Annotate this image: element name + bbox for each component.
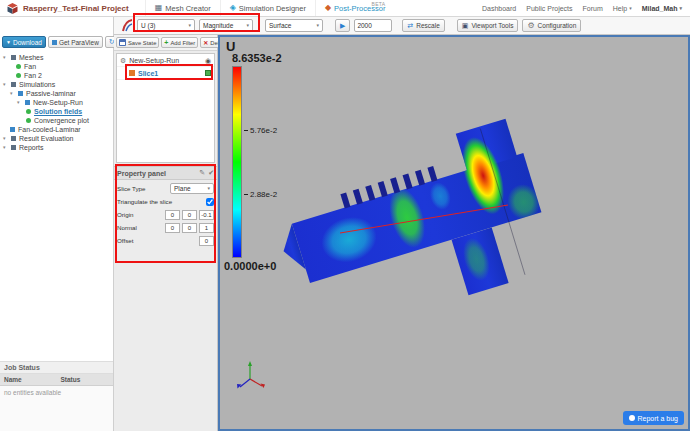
normal-label: Normal — [117, 224, 163, 231]
sidebar-item-solution-fields[interactable]: Solution fields — [0, 107, 113, 116]
chevron-down-icon: ▾ — [188, 23, 191, 28]
legend-min-value: 0.0000e+0 — [224, 260, 276, 272]
pipeline-item-slice1[interactable]: Slice1 — [117, 67, 214, 80]
folder-icon — [11, 82, 16, 87]
tree-label: Reports — [19, 144, 44, 151]
legend-tick: 5.76e-2 — [244, 126, 277, 135]
job-status-panel: Job Status Name Status no entities avail… — [0, 361, 113, 431]
add-filter-label: Add Filter — [170, 40, 195, 46]
origin-label: Origin — [117, 211, 163, 218]
offset-row: Offset — [117, 234, 214, 247]
save-state-button[interactable]: Save State — [116, 37, 159, 48]
plus-icon: + — [164, 39, 168, 46]
nav-help[interactable]: Help ▾ — [613, 5, 632, 12]
user-name: Milad_Mah — [642, 5, 678, 12]
expander-icon[interactable]: ▾ — [3, 55, 8, 60]
tab-simulation-designer[interactable]: ◈ Simulation Designer — [220, 0, 315, 16]
triangulate-checkbox[interactable] — [206, 198, 214, 206]
normal-x-input[interactable] — [165, 223, 180, 233]
nav-forum[interactable]: Forum — [583, 5, 603, 12]
chevron-down-icon: ▾ — [679, 6, 682, 11]
sidebar-toolbar: ▼ Download Get ParaView ↻ — [0, 36, 113, 48]
render-viewport[interactable]: U 8.6353e-2 5.76e-2 2.88e-2 0.0000e+0 Re… — [218, 35, 690, 431]
expander-icon[interactable]: ▾ — [17, 100, 22, 105]
nav-public-projects[interactable]: Public Projects — [526, 5, 572, 12]
user-menu[interactable]: Milad_Mah ▾ — [642, 5, 682, 12]
folder-icon — [11, 55, 16, 60]
tab-label: Simulation Designer — [239, 4, 306, 13]
bug-icon — [629, 415, 635, 421]
get-paraview-button[interactable]: Get ParaView — [48, 36, 103, 48]
slice-type-dropdown[interactable]: Plane ▾ — [170, 183, 214, 194]
tree-label: Meshes — [19, 54, 44, 61]
slice-render — [220, 37, 688, 429]
sidebar-item-fan-2[interactable]: Fan 2 — [0, 71, 113, 80]
sidebar-item-new-setup-run[interactable]: ▾ New-Setup-Run — [0, 98, 113, 107]
sidebar-item-passive-laminar[interactable]: ▾ Passive-laminar — [0, 89, 113, 98]
slice-type-value: Plane — [174, 185, 191, 192]
mesh-creator-icon: ▦ — [155, 4, 163, 12]
cube-icon[interactable] — [205, 70, 211, 76]
tick-mark — [244, 130, 248, 131]
field-dropdown[interactable]: U (3) ▾ — [137, 19, 195, 32]
gear-icon: ⚙ — [527, 21, 534, 30]
cross-icon: ✕ — [203, 40, 208, 46]
sidebar-item-meshes[interactable]: ▾ Meshes — [0, 53, 113, 62]
normal-y-input[interactable] — [182, 223, 197, 233]
expander-icon[interactable]: ▾ — [3, 82, 8, 87]
check-icon — [16, 73, 21, 78]
job-status-header: Name Status — [0, 374, 113, 386]
origin-y-input[interactable] — [182, 210, 197, 220]
download-button[interactable]: ▼ Download — [2, 36, 46, 48]
save-state-label: Save State — [128, 40, 156, 46]
legend-max-value: 8.6353e-2 — [232, 52, 282, 64]
sidebar-item-result-evaluation[interactable]: ▾ Result Evaluation — [0, 134, 113, 143]
tab-label: Mesh Creator — [165, 4, 210, 13]
tree-label: Convergence plot — [34, 117, 89, 124]
sidebar-item-reports[interactable]: ▾ Reports — [0, 143, 113, 152]
sidebar-item-fan-cooled-laminar[interactable]: Fan-cooled-Laminar — [0, 125, 113, 134]
visibility-eye-icon[interactable]: ◉ — [205, 57, 211, 64]
representation-dropdown[interactable]: Surface ▾ — [265, 19, 323, 32]
nav-dashboard[interactable]: Dashboard — [482, 5, 516, 12]
origin-x-input[interactable] — [165, 210, 180, 220]
viewport-tools-icon: ▣ — [462, 22, 469, 30]
origin-row: Origin — [117, 208, 214, 221]
sidebar-item-convergence-plot[interactable]: Convergence plot — [0, 116, 113, 125]
play-button[interactable]: ▶ — [335, 19, 350, 32]
tab-post-processor[interactable]: BETA ◆ Post-Processor — [315, 0, 394, 16]
expander-icon[interactable]: ▾ — [3, 145, 8, 150]
viewport-tools-button[interactable]: ▣ Viewport Tools — [457, 19, 519, 32]
offset-input[interactable] — [199, 236, 214, 246]
rescale-button[interactable]: ⇄ Rescale — [402, 19, 444, 32]
check-icon — [26, 109, 31, 114]
normal-z-input[interactable] — [199, 223, 214, 233]
expander-icon[interactable]: ▾ — [3, 136, 8, 141]
property-panel-title: Property panel — [117, 170, 166, 177]
slice-type-label: Slice Type — [117, 185, 163, 192]
slice-icon — [129, 70, 135, 76]
report-a-bug-button[interactable]: Report a bug — [623, 411, 684, 425]
project-title: Rasperry_Test-Final Project — [23, 4, 129, 13]
save-icon — [119, 39, 126, 46]
pencil-icon[interactable]: ✎ — [199, 169, 205, 177]
column-name: Name — [0, 374, 57, 385]
pipeline-item-new-setup-run[interactable]: ⚙ New-Setup-Run ◉ — [117, 54, 214, 67]
add-filter-button[interactable]: + Add Filter — [161, 37, 198, 48]
tree-label: Result Evaluation — [19, 135, 73, 142]
component-dropdown[interactable]: Magnitude ▾ — [199, 19, 253, 32]
tree-label: Fan-cooled-Laminar — [18, 126, 81, 133]
tick-mark — [244, 194, 248, 195]
apply-check-icon[interactable]: ✔ — [208, 169, 214, 177]
sidebar-item-simulations[interactable]: ▾ Simulations — [0, 80, 113, 89]
beta-badge: BETA — [372, 1, 386, 7]
tab-mesh-creator[interactable]: ▦ Mesh Creator — [145, 0, 220, 16]
pipeline-label: New-Setup-Run — [129, 57, 179, 64]
frame-input[interactable] — [354, 19, 392, 32]
sidebar-item-fan[interactable]: Fan — [0, 62, 113, 71]
expander-icon[interactable]: ▾ — [10, 91, 15, 96]
paraview-logo-icon — [52, 40, 57, 45]
legend-color-bar — [232, 66, 242, 258]
configuration-button[interactable]: ⚙ Configuration — [522, 19, 581, 32]
origin-z-input[interactable] — [199, 210, 214, 220]
